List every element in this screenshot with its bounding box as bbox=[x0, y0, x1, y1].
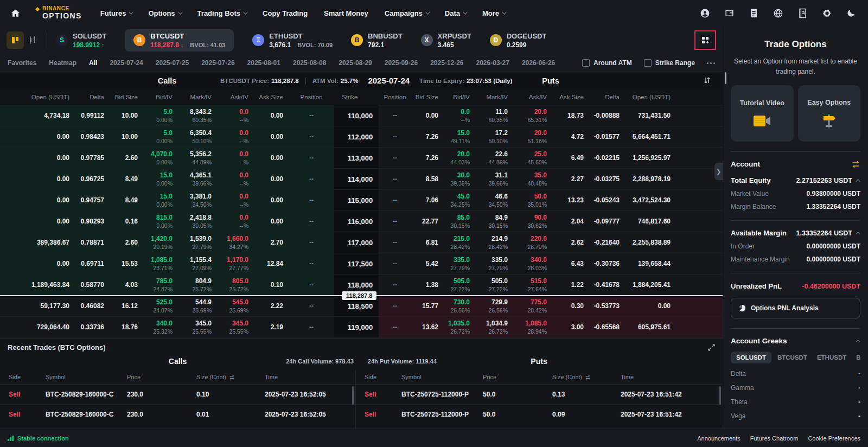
call-mark-iv: 804.925.72% bbox=[178, 274, 217, 295]
more-options-icon[interactable] bbox=[707, 60, 715, 66]
orders-icon[interactable] bbox=[749, 8, 759, 18]
ticker-ethusdt[interactable]: ΞETHUSDT3,676.1BVOL: 70.09 bbox=[252, 29, 333, 52]
chain-row-114000[interactable]: 0.000.967258.4915.00.00%4,365.139.66%0.0… bbox=[0, 169, 723, 190]
nav-item-copy-trading[interactable]: Copy Trading bbox=[263, 9, 308, 17]
guide-icon[interactable]: ? bbox=[797, 8, 808, 18]
tab-2025-12-26[interactable]: 2025-12-26 bbox=[430, 59, 463, 67]
chain-row-113000[interactable]: 0.000.977852.604,070.00.00%5,356.244.89%… bbox=[0, 148, 723, 169]
sort-icon[interactable] bbox=[704, 76, 711, 84]
put-open: 2,288,978.19 bbox=[625, 169, 676, 189]
ticker-solusdt[interactable]: SSOLUSDT198.9912↑ bbox=[56, 29, 106, 52]
tab-2025-08-01[interactable]: 2025-08-01 bbox=[247, 59, 280, 67]
tab-2026-06-26[interactable]: 2026-06-26 bbox=[522, 59, 555, 67]
greek-tab-btcusdt[interactable]: BTCUSDT bbox=[774, 352, 811, 363]
call-ask-size: 12.84 bbox=[254, 253, 289, 274]
scrollbar-thumb[interactable] bbox=[719, 386, 721, 405]
put-delta: -0.30736 bbox=[589, 253, 625, 274]
call-ask-size: 0.00 bbox=[254, 105, 289, 126]
put-bid-size: 13.62 bbox=[411, 317, 444, 337]
put-bid-iv: 30.039.39% bbox=[444, 169, 475, 189]
nav-item-data[interactable]: Data bbox=[445, 9, 466, 17]
around-atm-checkbox[interactable]: Around ATM bbox=[582, 59, 632, 67]
call-ask-iv: 1,660.034.27% bbox=[217, 232, 254, 253]
col-header-call-bid-iv: Bid/IV bbox=[143, 94, 178, 100]
home-icon[interactable] bbox=[9, 7, 22, 20]
layout-grid-icon-highlighted[interactable] bbox=[694, 30, 716, 50]
tab-all[interactable]: All bbox=[89, 59, 97, 67]
call-position: -- bbox=[289, 126, 334, 147]
put-bid-size: 0.00 bbox=[411, 105, 444, 126]
transfer-icon[interactable] bbox=[851, 161, 860, 168]
chain-row-116000[interactable]: 0.000.902930.16815.00.00%2,418.830.05%0.… bbox=[0, 211, 723, 232]
scrollbar-thumb[interactable] bbox=[725, 72, 726, 84]
coin-icon: Ξ bbox=[252, 34, 264, 46]
nav-item-campaigns[interactable]: Campaigns bbox=[385, 9, 429, 17]
settings-gear-icon[interactable] bbox=[822, 8, 832, 18]
candlestick-view-toggle[interactable] bbox=[24, 31, 41, 49]
chain-row-112000[interactable]: 0.000.9842310.005.00.00%6,350.450.10%0.0… bbox=[0, 126, 723, 148]
chain-row-119000[interactable]: 729,064.400.3373618.76340.025.32%345.025… bbox=[0, 317, 723, 338]
collapse-chevron-icon[interactable] bbox=[856, 232, 860, 236]
greek-label: Theta bbox=[731, 398, 748, 406]
greek-tab-ethusdt[interactable]: ETHUSDT bbox=[813, 352, 850, 363]
tab-2025-09-26[interactable]: 2025-09-26 bbox=[385, 59, 418, 67]
ticker-xrpusdt[interactable]: XXRPUSDT3.465 bbox=[421, 29, 471, 52]
chain-row-110000[interactable]: 4,734.180.9911210.005.00.00%8,343.260.35… bbox=[0, 105, 723, 126]
tab-heatmap[interactable]: Heatmap bbox=[49, 59, 76, 67]
easy-options-card[interactable]: Easy Options bbox=[798, 85, 861, 142]
wallet-icon[interactable] bbox=[724, 8, 735, 18]
footer-link-announcements[interactable]: Announcements bbox=[697, 435, 741, 442]
ticker-btcusdt[interactable]: BBTCUSDT118,287.8↓BVOL: 41.03 bbox=[125, 29, 234, 52]
chain-header: Calls BTCUSDT Price:118,287.8 ATM Vol:25… bbox=[0, 72, 723, 89]
trade-price: 230.0 bbox=[127, 391, 196, 398]
chain-row-117500[interactable]: 0.000.6971115.531,085.023.71%1,155.427.0… bbox=[0, 253, 723, 274]
chain-row-115000[interactable]: 0.000.947578.4915.00.00%3,381.034.50%0.0… bbox=[0, 190, 723, 211]
nav-item-trading-bots[interactable]: Trading Bots bbox=[197, 9, 246, 17]
collapse-chevron-icon[interactable] bbox=[856, 179, 860, 183]
ticker-bnbusdt[interactable]: BBNBUSDT792.1 bbox=[351, 29, 403, 52]
tutorial-video-card[interactable]: Tutorial Video bbox=[731, 85, 794, 142]
tab-2025-08-08[interactable]: 2025-08-08 bbox=[293, 59, 326, 67]
options-pnl-analysis-button[interactable]: Options PNL Analysis bbox=[731, 298, 860, 318]
greek-tab-solusdt[interactable]: SOLUSDT bbox=[731, 352, 771, 363]
binance-options-logo[interactable]: BINANCE OPTIONS bbox=[35, 6, 82, 20]
panel-expander-chevron[interactable]: ❯ bbox=[714, 163, 723, 180]
chain-row-117000[interactable]: 389,386.670.788712.601,420.020.19%1,539.… bbox=[0, 232, 723, 253]
theme-moon-icon[interactable] bbox=[846, 8, 856, 18]
tab-favorites[interactable]: Favorites bbox=[8, 59, 36, 67]
tab-2025-08-29[interactable]: 2025-08-29 bbox=[339, 59, 372, 67]
trade-symbol: BTC-250725-112000-P bbox=[401, 391, 483, 398]
footer-link-futures-chatroom[interactable]: Futures Chatroom bbox=[750, 435, 799, 442]
tab-2025-07-25[interactable]: 2025-07-25 bbox=[156, 59, 189, 67]
nav-item-futures[interactable]: Futures bbox=[100, 9, 132, 17]
col-header-size: Size (Cont) bbox=[552, 374, 621, 380]
strike-range-checkbox[interactable]: Strike Range bbox=[644, 59, 695, 67]
put-bid-iv: 0.0--% bbox=[444, 105, 475, 126]
put-ask-iv: 25.045.60% bbox=[513, 148, 552, 168]
nav-item-smart-money[interactable]: Smart Money bbox=[324, 9, 368, 17]
scrollbar-thumb[interactable] bbox=[352, 386, 354, 405]
nav-item-options[interactable]: Options bbox=[148, 9, 181, 17]
ticker-price: 3.465 bbox=[438, 41, 454, 49]
put-mark-iv: 1,034.926.72% bbox=[475, 317, 513, 337]
expand-icon[interactable] bbox=[708, 344, 715, 351]
ticker-dogeusdt[interactable]: ÐDOGEUSDT0.2599 bbox=[490, 29, 547, 52]
recent-calls-headers: SideSymbolPriceSize (Cont)Time bbox=[0, 370, 355, 384]
nav-item-more[interactable]: More bbox=[482, 9, 505, 17]
put-mark-iv: 11.060.35% bbox=[475, 105, 513, 126]
put-delta: -0.53773 bbox=[589, 296, 625, 316]
tab-2025-07-26[interactable]: 2025-07-26 bbox=[201, 59, 234, 67]
panel-title: Trade Options bbox=[731, 39, 860, 50]
language-globe-icon[interactable] bbox=[773, 8, 783, 18]
tab-2025-07-24[interactable]: 2025-07-24 bbox=[110, 59, 143, 67]
collapse-chevron-icon[interactable] bbox=[856, 340, 860, 344]
col-header-call-position: Position bbox=[289, 94, 334, 100]
call-open: 1,189,463.84 bbox=[0, 274, 75, 295]
footer-link-cookie-preferences[interactable]: Cookie Preferences bbox=[808, 435, 860, 442]
greek-tab-bnbusdt[interactable]: BNBUSDT bbox=[852, 352, 860, 363]
tab-2026-03-27[interactable]: 2026-03-27 bbox=[476, 59, 509, 67]
profile-icon[interactable] bbox=[700, 8, 710, 18]
grid-view-toggle[interactable] bbox=[7, 31, 24, 49]
nav-item-label: Copy Trading bbox=[263, 9, 308, 17]
strike: 119,000 bbox=[334, 317, 379, 337]
